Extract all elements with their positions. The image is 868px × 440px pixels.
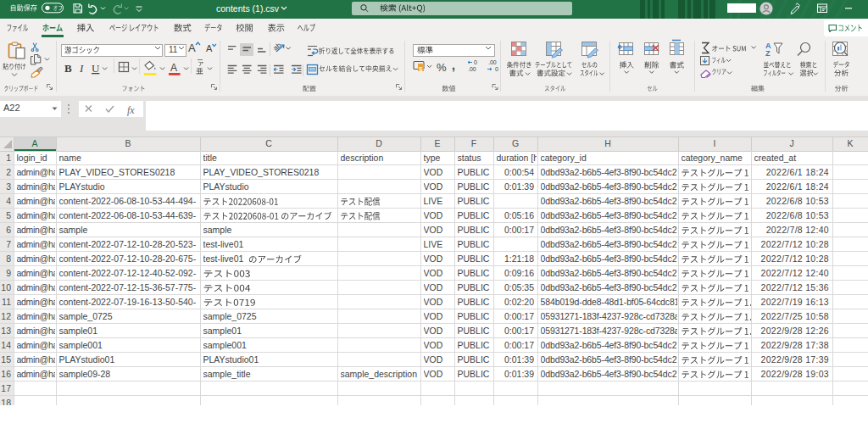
svg-text:0: 0 (474, 59, 477, 65)
svg-text:A: A (206, 43, 213, 53)
svg-text:$: $ (419, 65, 423, 73)
svg-text:0: 0 (495, 66, 498, 72)
svg-text:A: A (170, 62, 177, 74)
svg-text:I: I (79, 62, 84, 75)
svg-text:.00: .00 (468, 66, 476, 72)
svg-text:Z: Z (765, 49, 771, 58)
svg-text:.00: .00 (488, 59, 497, 65)
svg-text:A: A (188, 42, 196, 54)
svg-text:B: B (64, 62, 72, 75)
svg-text:,: , (452, 58, 455, 72)
svg-text:U: U (92, 62, 100, 75)
svg-text:fx: fx (127, 104, 135, 116)
svg-text:%: % (437, 61, 447, 74)
